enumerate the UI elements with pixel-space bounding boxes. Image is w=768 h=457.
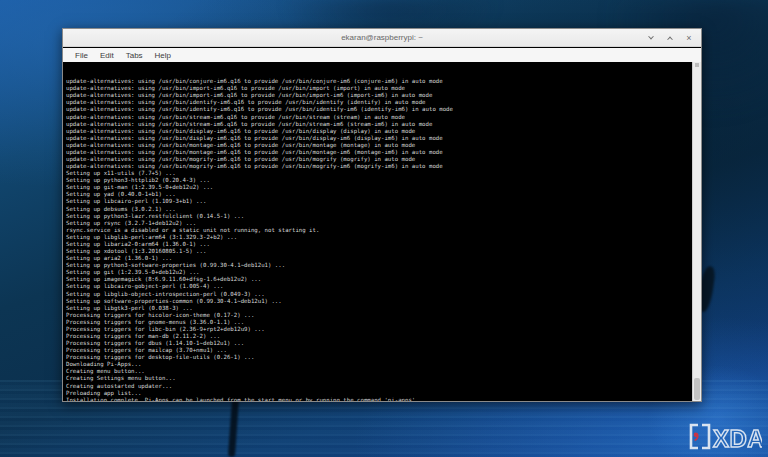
terminal-window: ekaran@raspberrypi: ~ × FileEditTabsHelp…	[62, 28, 702, 402]
terminal-line: rsync.service is a disabled or a static …	[66, 227, 689, 234]
terminal-line: Installation complete. Pi-Apps can be la…	[66, 397, 689, 401]
terminal-line: Setting up libcairo-perl (1.109-3+b1) ..…	[66, 198, 689, 205]
xda-quote-mark	[694, 433, 699, 442]
terminal-line: update-alternatives: using /usr/bin/impo…	[66, 92, 689, 99]
terminal-line: Setting up git (1:2.39.5-0+deb12u2) ...	[66, 269, 689, 276]
terminal-line: Creating menu button...	[66, 368, 689, 375]
maximize-button[interactable]	[665, 33, 675, 43]
terminal-line: Setting up imagemagick (8:6.9.11.60+dfsg…	[66, 276, 689, 283]
scrollbar-top-button[interactable]	[695, 63, 699, 67]
terminal-line: update-alternatives: using /usr/bin/iden…	[66, 99, 689, 106]
terminal-line: Preloading app list...	[66, 390, 689, 397]
terminal-line: Creating Settings menu button...	[66, 375, 689, 382]
terminal-line: update-alternatives: using /usr/bin/mont…	[66, 142, 689, 149]
titlebar[interactable]: ekaran@raspberrypi: ~ ×	[63, 29, 701, 47]
terminal-line: Setting up debsums (3.0.2.1) ...	[66, 206, 689, 213]
terminal-line: Setting up git-man (1:2.39.5-0+deb12u2) …	[66, 184, 689, 191]
xda-logo-text: XDA	[713, 425, 762, 452]
terminal-line: Setting up python3-httplib2 (0.20.4-3) .…	[66, 177, 689, 184]
terminal-line: Setting up libglib-perl:arm64 (3:1.329.3…	[66, 234, 689, 241]
terminal-line: update-alternatives: using /usr/bin/disp…	[66, 128, 689, 135]
terminal-line: Setting up xdotool (1:3.20160805.1-5) ..…	[66, 248, 689, 255]
terminal-line: update-alternatives: using /usr/bin/mogr…	[66, 163, 689, 170]
minimize-button[interactable]	[646, 33, 656, 43]
menu-item[interactable]: File	[69, 51, 94, 60]
xda-right-bracket	[702, 425, 709, 448]
xda-logo: XDA	[686, 420, 762, 453]
terminal-line: Setting up libcairo-gobject-perl (1.005-…	[66, 283, 689, 290]
terminal-line: Processing triggers for hicolor-icon-the…	[66, 312, 689, 319]
menu-item[interactable]: Tabs	[120, 51, 149, 60]
terminal-line: update-alternatives: using /usr/bin/impo…	[66, 85, 689, 92]
xda-logo-graphic: XDA	[686, 420, 762, 453]
terminal-line: update-alternatives: using /usr/bin/iden…	[66, 106, 689, 113]
menu-item[interactable]: Edit	[94, 51, 120, 60]
terminal-line: Processing triggers for mailcap (3.70+nm…	[66, 347, 689, 354]
terminal-line: Setting up libglib-object-introspection-…	[66, 291, 689, 298]
terminal-line: Setting up yad (0.40.0-1+b1) ...	[66, 191, 689, 198]
terminal-line: Setting up python3-lazr.restfulclient (0…	[66, 213, 689, 220]
terminal-line: update-alternatives: using /usr/bin/conj…	[66, 78, 689, 85]
terminal-line: Setting up libgtk3-perl (0.038-3) ...	[66, 305, 689, 312]
terminal-scrollbar[interactable]	[692, 62, 701, 401]
chevron-down-icon	[648, 34, 654, 40]
terminal-line: Setting up aria2 (1.36.0-1) ...	[66, 255, 689, 262]
window-title: ekaran@raspberrypi: ~	[341, 33, 423, 42]
desktop: { "window": { "title": "ekaran@raspberry…	[0, 0, 768, 457]
terminal-line: Setting up rsync (3.2.7-1+deb12u2) ...	[66, 220, 689, 227]
close-icon: ×	[686, 33, 691, 43]
terminal-line: Creating autostarted updater...	[66, 383, 689, 390]
terminal-body[interactable]: update-alternatives: using /usr/bin/conj…	[63, 62, 701, 401]
terminal-line: update-alternatives: using /usr/bin/stre…	[66, 114, 689, 121]
window-controls: ×	[646, 29, 694, 47]
terminal-line: Processing triggers for gnome-menus (3.3…	[66, 319, 689, 326]
close-button[interactable]: ×	[684, 33, 694, 43]
menu-item[interactable]: Help	[149, 51, 177, 60]
scrollbar-thumb[interactable]	[694, 378, 700, 400]
terminal-line: Processing triggers for dbus (1.14.10-1~…	[66, 340, 689, 347]
terminal-line: Setting up libaria2-0:arm64 (1.36.0-1) .…	[66, 241, 689, 248]
terminal-line: Processing triggers for man-db (2.11.2-2…	[66, 333, 689, 340]
terminal-line: update-alternatives: using /usr/bin/mogr…	[66, 156, 689, 163]
terminal-output: update-alternatives: using /usr/bin/conj…	[66, 78, 689, 401]
terminal-line: Processing triggers for desktop-file-uti…	[66, 354, 689, 361]
terminal-line: Setting up x11-utils (7.7+5) ...	[66, 170, 689, 177]
terminal-line: update-alternatives: using /usr/bin/mont…	[66, 149, 689, 156]
menubar: FileEditTabsHelp	[63, 48, 701, 62]
chevron-up-icon	[667, 37, 673, 43]
terminal-line: Setting up software-properties-common (0…	[66, 298, 689, 305]
terminal-line: Processing triggers for libc-bin (2.36-9…	[66, 326, 689, 333]
terminal-line: Downloading Pi-Apps...	[66, 361, 689, 368]
terminal-line: Setting up python3-software-properties (…	[66, 262, 689, 269]
terminal-line: update-alternatives: using /usr/bin/disp…	[66, 135, 689, 142]
terminal-line: update-alternatives: using /usr/bin/stre…	[66, 121, 689, 128]
wallpaper-branch-reflection	[228, 398, 239, 457]
